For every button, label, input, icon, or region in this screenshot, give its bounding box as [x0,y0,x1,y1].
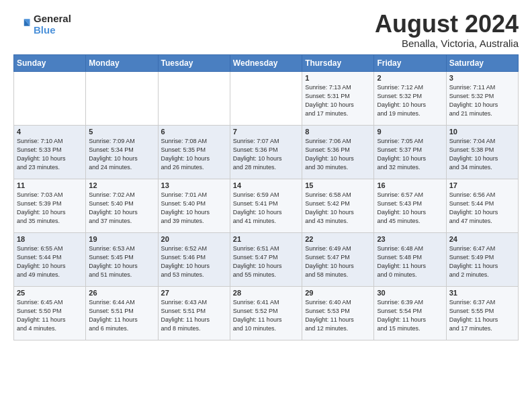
day-number: 8 [305,128,371,136]
day-number: 23 [377,235,443,243]
day-info: Sunrise: 7:09 AM Sunset: 5:34 PM Dayligh… [89,137,154,172]
day-number: 4 [17,128,83,136]
day-cell: 26Sunrise: 6:44 AM Sunset: 5:51 PM Dayli… [86,286,158,340]
day-cell: 27Sunrise: 6:43 AM Sunset: 5:51 PM Dayli… [158,286,230,340]
day-info: Sunrise: 6:39 AM Sunset: 5:54 PM Dayligh… [377,298,443,333]
day-info: Sunrise: 7:12 AM Sunset: 5:32 PM Dayligh… [377,83,443,118]
week-row-3: 11Sunrise: 7:03 AM Sunset: 5:39 PM Dayli… [14,179,519,232]
week-row-4: 18Sunrise: 6:55 AM Sunset: 5:44 PM Dayli… [14,232,519,286]
day-number: 5 [89,128,154,136]
day-number: 3 [449,74,515,82]
day-cell: 2Sunrise: 7:12 AM Sunset: 5:32 PM Daylig… [374,71,446,125]
day-number: 21 [233,235,299,243]
day-number: 16 [377,181,443,189]
day-cell: 18Sunrise: 6:55 AM Sunset: 5:44 PM Dayli… [14,232,86,286]
day-cell: 5Sunrise: 7:09 AM Sunset: 5:34 PM Daylig… [86,125,158,179]
day-info: Sunrise: 6:51 AM Sunset: 5:47 PM Dayligh… [233,244,299,279]
day-info: Sunrise: 7:04 AM Sunset: 5:38 PM Dayligh… [449,137,515,172]
day-number: 17 [449,181,515,189]
week-row-1: 1Sunrise: 7:13 AM Sunset: 5:31 PM Daylig… [14,71,519,125]
day-info: Sunrise: 7:02 AM Sunset: 5:40 PM Dayligh… [89,191,154,226]
day-number: 29 [305,289,371,297]
day-number: 28 [233,289,299,297]
day-info: Sunrise: 6:48 AM Sunset: 5:48 PM Dayligh… [377,244,443,279]
day-number: 9 [377,128,443,136]
day-number: 18 [17,235,83,243]
title-block: August 2024 Benalla, Victoria, Australia [375,11,519,49]
day-cell: 10Sunrise: 7:04 AM Sunset: 5:38 PM Dayli… [446,125,518,179]
day-cell: 23Sunrise: 6:48 AM Sunset: 5:48 PM Dayli… [374,232,446,286]
week-row-2: 4Sunrise: 7:10 AM Sunset: 5:33 PM Daylig… [14,125,519,179]
day-info: Sunrise: 6:58 AM Sunset: 5:42 PM Dayligh… [305,191,371,226]
day-number: 7 [233,128,299,136]
calendar-subtitle: Benalla, Victoria, Australia [375,38,519,49]
day-number: 31 [449,289,515,297]
day-info: Sunrise: 7:13 AM Sunset: 5:31 PM Dayligh… [305,83,371,118]
day-info: Sunrise: 6:59 AM Sunset: 5:41 PM Dayligh… [233,191,299,226]
day-number: 26 [89,289,154,297]
day-cell: 3Sunrise: 7:11 AM Sunset: 5:32 PM Daylig… [446,71,518,125]
calendar-table: Sunday Monday Tuesday Wednesday Thursday… [13,54,519,340]
page: General Blue August 2024 Benalla, Victor… [0,0,532,347]
col-tuesday: Tuesday [158,54,230,71]
day-cell: 25Sunrise: 6:45 AM Sunset: 5:50 PM Dayli… [14,286,86,340]
week-row-5: 25Sunrise: 6:45 AM Sunset: 5:50 PM Dayli… [14,286,519,340]
day-number: 24 [449,235,515,243]
day-number: 25 [17,289,83,297]
day-cell [158,71,230,125]
day-number: 2 [377,74,443,82]
day-info: Sunrise: 6:49 AM Sunset: 5:47 PM Dayligh… [305,244,371,279]
day-number: 15 [305,181,371,189]
day-cell: 21Sunrise: 6:51 AM Sunset: 5:47 PM Dayli… [230,232,302,286]
day-cell: 28Sunrise: 6:41 AM Sunset: 5:52 PM Dayli… [230,286,302,340]
day-info: Sunrise: 6:37 AM Sunset: 5:55 PM Dayligh… [449,298,515,333]
col-sunday: Sunday [14,54,86,71]
day-info: Sunrise: 7:08 AM Sunset: 5:35 PM Dayligh… [161,137,227,172]
day-cell: 16Sunrise: 6:57 AM Sunset: 5:43 PM Dayli… [374,179,446,232]
day-number: 19 [89,235,154,243]
day-info: Sunrise: 7:01 AM Sunset: 5:40 PM Dayligh… [161,191,227,226]
col-friday: Friday [374,54,446,71]
day-cell: 11Sunrise: 7:03 AM Sunset: 5:39 PM Dayli… [14,179,86,232]
day-cell: 30Sunrise: 6:39 AM Sunset: 5:54 PM Dayli… [374,286,446,340]
day-cell: 22Sunrise: 6:49 AM Sunset: 5:47 PM Dayli… [302,232,374,286]
col-thursday: Thursday [302,54,374,71]
logo-icon [13,15,32,34]
day-info: Sunrise: 6:44 AM Sunset: 5:51 PM Dayligh… [89,298,154,333]
day-info: Sunrise: 7:07 AM Sunset: 5:36 PM Dayligh… [233,137,299,172]
day-cell: 31Sunrise: 6:37 AM Sunset: 5:55 PM Dayli… [446,286,518,340]
day-cell: 6Sunrise: 7:08 AM Sunset: 5:35 PM Daylig… [158,125,230,179]
day-number: 22 [305,235,371,243]
day-info: Sunrise: 6:55 AM Sunset: 5:44 PM Dayligh… [17,244,83,279]
day-cell [14,71,86,125]
day-number: 6 [161,128,227,136]
day-cell: 17Sunrise: 6:56 AM Sunset: 5:44 PM Dayli… [446,179,518,232]
day-cell: 13Sunrise: 7:01 AM Sunset: 5:40 PM Dayli… [158,179,230,232]
day-info: Sunrise: 7:11 AM Sunset: 5:32 PM Dayligh… [449,83,515,118]
day-info: Sunrise: 6:47 AM Sunset: 5:49 PM Dayligh… [449,244,515,279]
day-cell: 8Sunrise: 7:06 AM Sunset: 5:36 PM Daylig… [302,125,374,179]
col-monday: Monday [86,54,158,71]
day-cell: 7Sunrise: 7:07 AM Sunset: 5:36 PM Daylig… [230,125,302,179]
day-info: Sunrise: 6:40 AM Sunset: 5:53 PM Dayligh… [305,298,371,333]
header: General Blue August 2024 Benalla, Victor… [13,11,519,49]
day-cell: 19Sunrise: 6:53 AM Sunset: 5:45 PM Dayli… [86,232,158,286]
day-cell: 20Sunrise: 6:52 AM Sunset: 5:46 PM Dayli… [158,232,230,286]
day-info: Sunrise: 6:41 AM Sunset: 5:52 PM Dayligh… [233,298,299,333]
logo: General Blue [13,13,71,36]
day-number: 30 [377,289,443,297]
day-info: Sunrise: 6:52 AM Sunset: 5:46 PM Dayligh… [161,244,227,279]
col-saturday: Saturday [446,54,518,71]
day-number: 12 [89,181,154,189]
day-number: 14 [233,181,299,189]
day-number: 10 [449,128,515,136]
day-cell: 4Sunrise: 7:10 AM Sunset: 5:33 PM Daylig… [14,125,86,179]
day-info: Sunrise: 7:06 AM Sunset: 5:36 PM Dayligh… [305,137,371,172]
day-info: Sunrise: 7:03 AM Sunset: 5:39 PM Dayligh… [17,191,83,226]
day-cell: 14Sunrise: 6:59 AM Sunset: 5:41 PM Dayli… [230,179,302,232]
col-wednesday: Wednesday [230,54,302,71]
day-info: Sunrise: 7:05 AM Sunset: 5:37 PM Dayligh… [377,137,443,172]
day-info: Sunrise: 6:57 AM Sunset: 5:43 PM Dayligh… [377,191,443,226]
day-number: 13 [161,181,227,189]
day-info: Sunrise: 6:43 AM Sunset: 5:51 PM Dayligh… [161,298,227,333]
